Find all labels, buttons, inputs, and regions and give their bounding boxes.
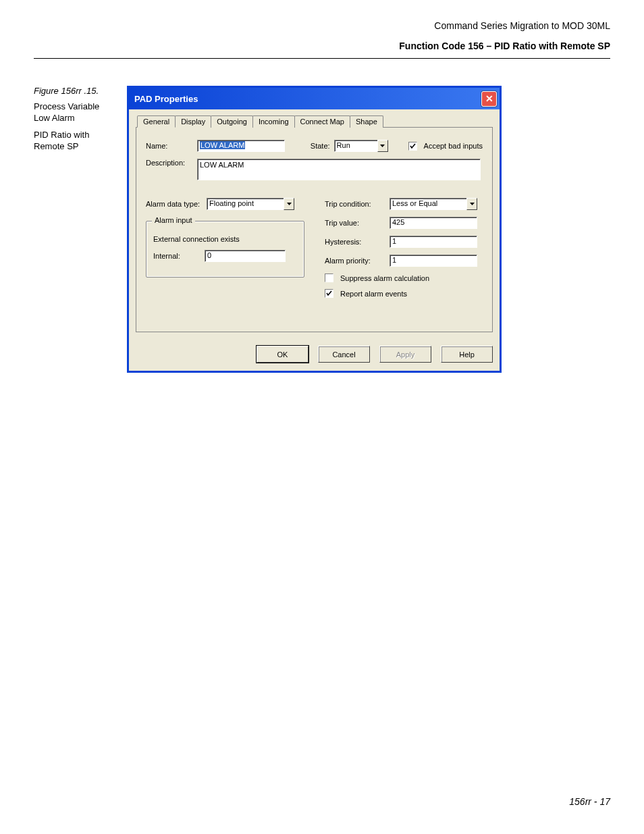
svg-marker-1 xyxy=(287,203,292,205)
report-events-label: Report alarm events xyxy=(340,290,407,298)
accept-bad-inputs-label: Accept bad inputs xyxy=(424,142,483,150)
alarm-input-group-title: Alarm input xyxy=(152,216,195,224)
trip-condition-dropdown[interactable]: Less or Equal xyxy=(390,198,477,210)
close-icon: ✕ xyxy=(485,94,493,103)
window-title: PAD Properties xyxy=(134,94,481,104)
dialog-button-row: OK Cancel Apply Help xyxy=(129,338,500,371)
trip-condition-label: Trip condition: xyxy=(325,200,385,208)
internal-label: Internal: xyxy=(153,252,200,260)
tab-general[interactable]: General xyxy=(137,115,176,128)
chevron-down-icon xyxy=(466,198,477,210)
section-title: Function Code 156 – PID Ratio with Remot… xyxy=(34,41,610,51)
svg-marker-0 xyxy=(380,145,385,147)
suppress-checkbox[interactable] xyxy=(325,273,333,282)
doc-title: Command Series Migration to MOD 30ML xyxy=(34,20,610,31)
header-divider xyxy=(34,58,610,59)
alarm-data-type-label: Alarm data type: xyxy=(146,200,203,208)
alarm-priority-label: Alarm priority: xyxy=(325,257,385,265)
figure-caption-number: Figure 156rr .15. xyxy=(34,86,115,96)
alarm-data-type-value: Floating point xyxy=(207,198,284,210)
tab-display[interactable]: Display xyxy=(175,115,211,128)
trip-value-input[interactable]: 425 xyxy=(390,217,477,229)
tab-connect-map[interactable]: Connect Map xyxy=(294,115,350,128)
name-label: Name: xyxy=(146,142,193,150)
description-label: Description: xyxy=(146,159,193,167)
figure-caption-line1: Process Variable Low Alarm xyxy=(34,101,115,124)
chevron-down-icon xyxy=(377,140,388,152)
ok-button[interactable]: OK xyxy=(257,346,308,363)
hysteresis-input[interactable]: 1 xyxy=(390,236,477,248)
state-label: State: xyxy=(311,142,330,150)
alarm-data-type-dropdown[interactable]: Floating point xyxy=(207,198,294,210)
page-footer: 156rr - 17 xyxy=(569,796,610,807)
suppress-label: Suppress alarm calculation xyxy=(340,274,429,282)
cancel-button[interactable]: Cancel xyxy=(318,346,370,363)
state-value: Run xyxy=(334,140,377,152)
apply-button[interactable]: Apply xyxy=(379,346,431,363)
tab-strip: General Display Outgoing Incoming Connec… xyxy=(136,115,493,127)
description-input[interactable]: LOW ALARM xyxy=(197,159,481,180)
titlebar[interactable]: PAD Properties ✕ xyxy=(129,88,500,109)
figure-caption-line2: PID Ratio with Remote SP xyxy=(34,130,115,153)
state-dropdown[interactable]: Run xyxy=(334,140,388,152)
trip-value-label: Trip value: xyxy=(325,219,385,227)
report-events-checkbox[interactable] xyxy=(325,289,333,298)
tab-incoming[interactable]: Incoming xyxy=(252,115,295,128)
tab-panel-general: Name: LOW ALARM State: Run Accept bad in… xyxy=(136,127,493,332)
tab-shape[interactable]: Shape xyxy=(350,115,383,128)
svg-marker-2 xyxy=(470,203,475,205)
help-button[interactable]: Help xyxy=(441,346,493,363)
pad-properties-dialog: PAD Properties ✕ General Display Outgoin… xyxy=(127,86,502,373)
name-input[interactable]: LOW ALARM xyxy=(197,140,285,152)
accept-bad-inputs-checkbox[interactable] xyxy=(408,142,417,151)
close-button[interactable]: ✕ xyxy=(481,91,497,107)
tab-outgoing[interactable]: Outgoing xyxy=(211,115,253,128)
internal-input[interactable]: 0 xyxy=(205,250,286,262)
external-connection-note: External connection exists xyxy=(153,235,240,243)
chevron-down-icon xyxy=(284,198,294,210)
alarm-priority-input[interactable]: 1 xyxy=(390,255,477,267)
trip-condition-value: Less or Equal xyxy=(390,198,466,210)
hysteresis-label: Hysteresis: xyxy=(325,238,385,246)
alarm-input-group: Alarm input External connection exists I… xyxy=(146,221,304,278)
